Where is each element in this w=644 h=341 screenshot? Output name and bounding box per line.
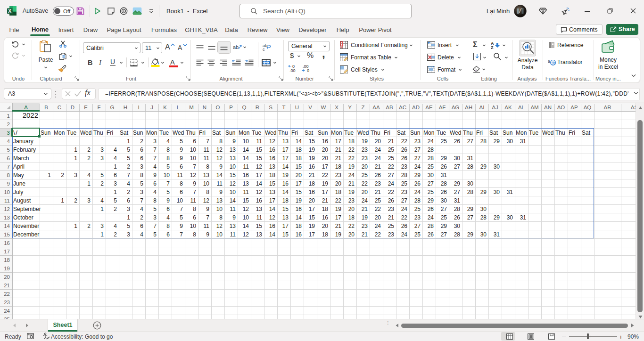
svg-text:11: 11 (4, 198, 10, 203)
svg-text:13: 13 (4, 215, 10, 220)
svg-text:8: 8 (166, 146, 170, 153)
svg-text:25: 25 (441, 138, 447, 145)
svg-text:15: 15 (296, 189, 302, 195)
svg-text:15: 15 (256, 223, 263, 229)
svg-text:14: 14 (230, 197, 236, 204)
svg-text:13: 13 (230, 223, 236, 229)
svg-text:25: 25 (414, 206, 421, 212)
svg-text:8: 8 (193, 231, 196, 238)
svg-text:16: 16 (296, 231, 302, 238)
svg-text:Mon: Mon (423, 130, 434, 136)
svg-text:27: 27 (467, 138, 474, 145)
svg-text:Fri: Fri (569, 130, 575, 136)
svg-text:26: 26 (454, 138, 461, 145)
svg-text:16: 16 (322, 138, 329, 145)
svg-text:24: 24 (401, 206, 408, 212)
svg-text:15: 15 (282, 206, 289, 212)
svg-text:14: 14 (216, 172, 223, 179)
svg-text:27: 27 (428, 180, 434, 187)
svg-text:Sat: Sat (305, 130, 314, 136)
svg-text:2022: 2022 (23, 111, 38, 119)
svg-text:Wed: Wed (173, 130, 184, 136)
svg-text:14: 14 (296, 138, 302, 145)
svg-text:9: 9 (180, 223, 183, 229)
svg-text:27: 27 (441, 206, 447, 212)
svg-text:13: 13 (269, 163, 276, 170)
svg-text:H: H (124, 105, 127, 110)
svg-text:11: 11 (217, 180, 223, 187)
svg-text:22: 22 (388, 189, 395, 195)
svg-text:Wed: Wed (450, 130, 461, 136)
svg-text:18: 18 (296, 155, 302, 162)
svg-text:12: 12 (230, 180, 236, 187)
svg-text:14: 14 (296, 214, 302, 221)
svg-text:30: 30 (454, 155, 461, 162)
svg-text:24: 24 (362, 197, 368, 204)
svg-text:May: May (13, 172, 24, 179)
svg-text:13: 13 (256, 231, 263, 238)
svg-text:25: 25 (388, 155, 395, 162)
svg-text:Mon: Mon (146, 130, 157, 136)
svg-text:AH: AH (465, 105, 472, 110)
svg-text:8: 8 (153, 197, 157, 204)
svg-text:10: 10 (216, 231, 223, 238)
svg-text:18: 18 (322, 206, 329, 212)
svg-text:22: 22 (348, 146, 355, 153)
svg-text:AI: AI (479, 105, 485, 110)
svg-text:7: 7 (140, 197, 143, 204)
svg-text:13: 13 (243, 180, 249, 187)
svg-text:2: 2 (87, 155, 91, 162)
svg-text:11: 11 (190, 197, 197, 204)
svg-text:21: 21 (309, 172, 315, 179)
svg-text:20: 20 (375, 214, 381, 221)
svg-text:31: 31 (467, 155, 474, 162)
svg-text:5: 5 (127, 146, 130, 153)
svg-text:16: 16 (282, 180, 289, 187)
svg-text:20: 20 (362, 189, 368, 195)
svg-text:30: 30 (494, 163, 500, 170)
svg-text:30: 30 (494, 189, 500, 195)
svg-text:April: April (13, 163, 25, 170)
svg-text:Thu: Thu (93, 130, 103, 136)
svg-text:22: 22 (4, 291, 10, 297)
svg-text:5: 5 (166, 189, 170, 195)
svg-text:17: 17 (282, 223, 289, 229)
svg-text:19: 19 (362, 214, 368, 221)
svg-text:18: 18 (348, 214, 355, 221)
svg-text:11: 11 (243, 189, 249, 195)
svg-text:6: 6 (180, 189, 183, 195)
svg-text:6: 6 (140, 155, 143, 162)
svg-text:2: 2 (140, 214, 143, 221)
svg-text:6: 6 (180, 163, 183, 170)
svg-text:25: 25 (375, 197, 381, 204)
svg-text:27: 27 (414, 155, 421, 162)
svg-text:23: 23 (388, 231, 395, 238)
svg-text:20: 20 (296, 172, 302, 179)
svg-text:4: 4 (153, 189, 157, 195)
svg-text:10: 10 (230, 163, 236, 170)
svg-text:10: 10 (190, 223, 197, 229)
svg-text:14: 14 (243, 155, 249, 162)
svg-text:30: 30 (454, 223, 461, 229)
svg-text:12: 12 (203, 197, 210, 204)
svg-text:Z: Z (361, 105, 364, 110)
svg-text:4: 4 (114, 223, 117, 229)
svg-text:5: 5 (140, 180, 143, 187)
svg-text:AQ: AQ (584, 105, 592, 110)
svg-text:Tue: Tue (252, 130, 262, 136)
svg-text:10: 10 (216, 206, 223, 212)
svg-text:Y: Y (348, 105, 352, 110)
svg-text:17: 17 (322, 189, 329, 195)
svg-text:3: 3 (100, 146, 104, 153)
svg-text:March: March (13, 155, 29, 162)
svg-text:27: 27 (454, 163, 461, 170)
svg-text:December: December (13, 231, 39, 238)
svg-text:15: 15 (4, 232, 10, 237)
svg-text:25: 25 (388, 146, 395, 153)
svg-text:28: 28 (428, 223, 434, 229)
svg-text:12: 12 (216, 223, 223, 229)
svg-text:Tue: Tue (437, 130, 446, 136)
svg-text:14: 14 (282, 189, 289, 195)
svg-text:29: 29 (467, 231, 474, 238)
svg-text:11: 11 (256, 214, 263, 221)
